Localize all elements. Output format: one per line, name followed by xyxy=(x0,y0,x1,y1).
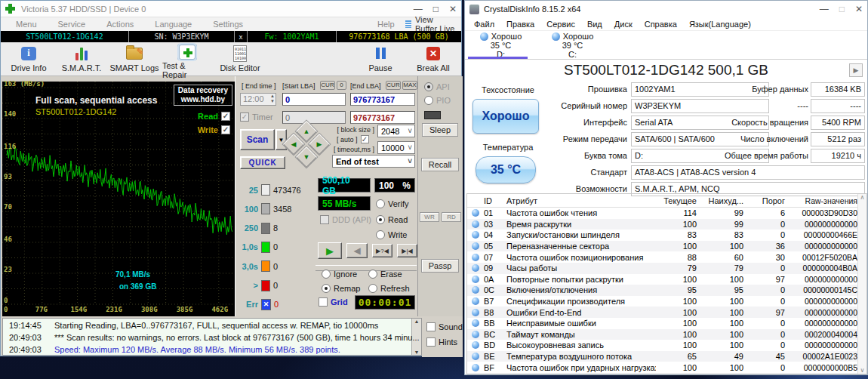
table-scroll-up-icon[interactable]: ∧ xyxy=(860,194,865,201)
smart-row-0A[interactable]: 0AПовторные попытки раскрутки10010097000… xyxy=(467,274,866,285)
health-status-button[interactable]: Хорошо xyxy=(472,99,539,134)
smart-row-05[interactable]: 05Переназначенные сектора100100360000000… xyxy=(467,241,866,252)
smart-row-01[interactable]: 01Частота ошибок чтения114996000003D90D3… xyxy=(467,208,866,219)
temperature-button[interactable]: 35 °C xyxy=(476,156,536,183)
end-lba2-input[interactable]: 976773167 xyxy=(350,111,415,124)
maximize-button[interactable]: □ xyxy=(433,4,439,14)
smart-row-BB[interactable]: BBНеисправимые ошибки1001000000000000000 xyxy=(467,318,866,329)
start-zero-button[interactable]: 0 xyxy=(337,81,346,90)
timeout-select[interactable]: 10000 xyxy=(377,141,415,154)
col-worst[interactable]: Наихуд... xyxy=(701,196,748,205)
read-radio[interactable]: Read xyxy=(376,215,408,224)
sound-checkbox[interactable] xyxy=(426,322,436,331)
scan-button[interactable]: Scan xyxy=(240,129,275,150)
write-toggle[interactable]: Write xyxy=(198,125,230,134)
break-all-button[interactable]: ✕Break All xyxy=(408,44,458,75)
col-current[interactable]: Текущее xyxy=(656,196,701,205)
erase-radio[interactable]: Erase xyxy=(368,270,402,279)
sound-toggle[interactable]: Sound xyxy=(426,322,463,331)
cdi-maximize-button[interactable]: □ xyxy=(839,4,845,14)
sleep-button[interactable]: Sleep xyxy=(422,123,458,137)
back-button[interactable]: ◀ xyxy=(346,243,368,258)
ddd-checkbox[interactable] xyxy=(320,215,329,224)
cdi-minimize-button[interactable]: — xyxy=(820,4,829,14)
pio-radio[interactable]: PIO xyxy=(424,96,451,105)
passp-button[interactable]: Passp xyxy=(421,259,459,273)
table-scrollbar[interactable]: ∧∨ xyxy=(857,194,866,374)
col-raw[interactable]: Raw-значения xyxy=(790,196,859,205)
menu-item-settings[interactable]: Settings xyxy=(202,20,254,29)
smart-row-C0[interactable]: C0Аварийные парковки при отключении п100… xyxy=(467,373,866,374)
smart-row-BD[interactable]: BDВысокоуровневая запись1001000000000000… xyxy=(467,340,866,351)
ignore-radio[interactable]: Ignore xyxy=(322,270,357,279)
smart-row-BC[interactable]: BCТаймаут команды1001000000200040004 xyxy=(467,329,866,340)
seek-question-button[interactable]: ▶?◀ xyxy=(372,244,392,257)
start-lba-input[interactable]: 0 xyxy=(282,93,346,106)
recall-button[interactable]: Recall xyxy=(421,158,459,171)
wr-button[interactable]: WR xyxy=(420,212,439,222)
end-cur-button[interactable]: CUR xyxy=(386,81,401,90)
auto-toggle[interactable]: [ auto ] xyxy=(337,135,369,143)
timer-toggle[interactable]: Timer xyxy=(240,112,273,122)
end-max-button[interactable]: MAX xyxy=(402,81,417,90)
table-scroll-down-icon[interactable]: ∨ xyxy=(860,367,865,374)
cdi-menu-item[interactable]: Вид xyxy=(581,20,608,29)
scroll-up-icon[interactable]: ▲ xyxy=(414,319,420,324)
smart-row-BE[interactable]: BEТемпература воздушного потока654945000… xyxy=(467,351,866,362)
smart-row-B7[interactable]: B7Спецификации производителя100100000000… xyxy=(467,296,866,307)
toolbar-button-s-m-a-r-t-[interactable]: S.M.A.R.T. xyxy=(57,44,106,75)
toolbar-button-smart-logs[interactable]: SMART Logs xyxy=(109,44,159,75)
start-cur-button[interactable]: CUR xyxy=(320,81,335,90)
hints-toggle[interactable]: Hints xyxy=(426,337,457,347)
toolbar-button-disk-editor[interactable]: 010110 110011 101000Disk Editor xyxy=(215,44,265,75)
refresh-radio[interactable]: Refresh xyxy=(368,284,410,293)
cdi-titlebar[interactable]: CrystalDiskInfo 8.15.2 x64 — □ ✕ xyxy=(465,1,867,17)
end-of-test-select[interactable]: End of test xyxy=(332,155,415,168)
block-size-select[interactable]: 2048 xyxy=(377,125,415,137)
smart-row-09[interactable]: 09Часы работы79790000000004B0A xyxy=(467,263,866,274)
menu-item-actions[interactable]: Actions xyxy=(96,20,144,29)
cdi-menu-item[interactable]: Правка xyxy=(500,20,540,29)
disk-tab-D[interactable]: Хорошо35 °CD: xyxy=(465,31,537,59)
next-disk-button[interactable]: ▶ xyxy=(849,63,863,77)
rd-button[interactable]: RD xyxy=(442,212,461,222)
close-button[interactable]: ✕ xyxy=(449,4,457,14)
col-id[interactable]: ID xyxy=(484,196,506,205)
cdi-close-button[interactable]: ✕ xyxy=(855,4,863,14)
toolbar-button-drive-info[interactable]: iDrive Info xyxy=(4,44,54,75)
ddd-toggle[interactable]: DDD (API) xyxy=(320,215,371,224)
menu-item-help[interactable]: Help xyxy=(367,20,405,29)
menu-item-menu[interactable]: Menu xyxy=(5,20,48,29)
cdi-menu-item[interactable]: Язык(Language) xyxy=(683,20,757,29)
cdi-menu-item[interactable]: Сервис xyxy=(540,20,581,29)
read-checkbox[interactable] xyxy=(221,112,230,121)
grid-toggle[interactable]: Grid xyxy=(319,297,348,307)
end-lba-input[interactable]: 976773167 xyxy=(350,93,415,106)
play-button[interactable]: ▶ xyxy=(318,242,342,259)
disk-tab-C[interactable]: Хорошо39 °CC: xyxy=(537,31,608,59)
cdi-menu-item[interactable]: Файл xyxy=(468,20,500,29)
scroll-down-icon[interactable]: ▼ xyxy=(414,350,420,355)
smart-row-B8[interactable]: B8Ошибки End-to-End10010097000000000000 xyxy=(467,307,866,318)
col-threshold[interactable]: Порог xyxy=(748,196,790,205)
grid-checkbox[interactable] xyxy=(319,297,328,307)
quick-button[interactable]: QUICK xyxy=(240,156,285,169)
smart-row-04[interactable]: 04Запуски/остановки шпинделя838300000000… xyxy=(467,230,866,241)
toolbar-button-test-repair[interactable]: Test & Repair xyxy=(162,44,212,75)
device-close-x[interactable]: x xyxy=(235,31,248,42)
minimize-button[interactable]: — xyxy=(414,4,423,14)
device-model[interactable]: ST500LT012-1DG142 xyxy=(1,31,129,42)
end-time-spinner[interactable]: 12:00▲▼ xyxy=(240,93,276,106)
read-toggle[interactable]: Read xyxy=(198,112,230,121)
write-checkbox[interactable] xyxy=(221,125,230,134)
col-attribute[interactable]: Атрибут xyxy=(506,196,656,205)
smart-row-BF[interactable]: BFЧастота ошибок при ударных нагрузках10… xyxy=(467,362,866,373)
timer-checkbox[interactable] xyxy=(240,112,249,122)
hints-checkbox[interactable] xyxy=(426,337,436,347)
cdi-menu-item[interactable]: Диск xyxy=(608,20,639,29)
timer-start-input[interactable]: 0 xyxy=(282,111,346,124)
remap-radio[interactable]: Remap xyxy=(322,284,360,293)
smart-row-07[interactable]: 07Частота ошибок позиционирования8860300… xyxy=(467,251,866,263)
auto-checkbox[interactable] xyxy=(361,135,369,143)
smart-row-03[interactable]: 03Время раскрутки100990000000000000 xyxy=(467,219,866,230)
